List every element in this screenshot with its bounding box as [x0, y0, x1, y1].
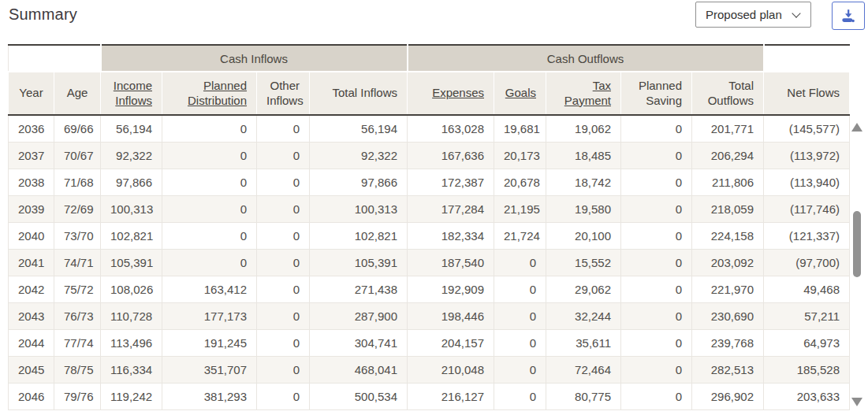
cell-total-inflows: 56,194	[310, 115, 408, 142]
download-button[interactable]	[832, 2, 865, 30]
cell-year: 2040	[9, 222, 54, 249]
cell-age: 69/66	[54, 115, 101, 142]
cell-other-inflows: 0	[257, 249, 310, 276]
cell-goals: 0	[494, 383, 546, 409]
scrollbar-thumb[interactable]	[853, 211, 861, 277]
cell-age: 74/71	[54, 249, 101, 276]
table-row: 204275/72108,026163,4120271,438192,90902…	[9, 276, 850, 302]
cell-net-flows: 185,528	[764, 356, 850, 383]
column-header-row: YearAgeIncome InflowsPlanned Distributio…	[9, 72, 850, 115]
column-header-tax-payment: Tax Payment	[546, 72, 621, 115]
cell-income-inflows: 119,242	[101, 383, 162, 409]
cell-tax-payment: 15,552	[546, 249, 621, 276]
cell-goals: 21,724	[494, 222, 546, 249]
table-row: 204477/74113,496191,2450304,741204,15703…	[9, 329, 850, 356]
cell-income-inflows: 100,313	[101, 195, 162, 222]
cell-income-inflows: 92,322	[101, 142, 162, 169]
plan-select[interactable]: Proposed plan	[695, 2, 811, 28]
cell-expenses: 210,048	[408, 356, 494, 383]
chevron-down-icon	[792, 9, 800, 17]
cell-goals: 20,173	[494, 142, 546, 169]
scroll-up-icon[interactable]	[851, 123, 862, 132]
sort-link-planned-distribution[interactable]: Planned Distribution	[188, 79, 247, 107]
cell-income-inflows: 56,194	[101, 115, 162, 142]
group-header-row: Cash InflowsCash Outflows	[9, 45, 850, 72]
cell-other-inflows: 0	[257, 115, 310, 142]
cell-total-outflows: 221,970	[692, 276, 764, 302]
cell-expenses: 216,127	[408, 383, 494, 409]
cell-net-flows: (97,700)	[764, 249, 850, 276]
cell-total-outflows: 218,059	[692, 195, 764, 222]
table-row: 203770/6792,3220092,322167,63620,17318,4…	[9, 142, 850, 169]
cell-total-outflows: 282,513	[692, 356, 764, 383]
cell-total-outflows: 211,806	[692, 169, 764, 195]
cell-planned-distribution: 163,412	[162, 276, 257, 302]
cell-other-inflows: 0	[257, 195, 310, 222]
group-header-spacer	[764, 45, 850, 72]
cell-other-inflows: 0	[257, 222, 310, 249]
cell-other-inflows: 0	[257, 169, 310, 195]
sort-link-goals[interactable]: Goals	[505, 86, 536, 99]
cell-planned-saving: 0	[621, 329, 692, 356]
sort-link-income-inflows[interactable]: Income Inflows	[114, 79, 152, 107]
cell-year: 2039	[9, 195, 54, 222]
cell-tax-payment: 18,742	[546, 169, 621, 195]
cell-planned-saving: 0	[621, 195, 692, 222]
summary-page: Summary Proposed plan Cash InflowsCash O…	[0, 0, 868, 415]
cell-total-inflows: 271,438	[310, 276, 408, 302]
scroll-down-icon[interactable]	[851, 398, 862, 406]
cell-age: 77/74	[54, 329, 101, 356]
cell-net-flows: (121,337)	[764, 222, 850, 249]
cell-planned-distribution: 0	[162, 249, 257, 276]
cell-expenses: 187,540	[408, 249, 494, 276]
cell-total-inflows: 304,741	[310, 329, 408, 356]
cell-other-inflows: 0	[257, 329, 310, 356]
cell-planned-distribution: 191,245	[162, 329, 257, 356]
sort-link-expenses[interactable]: Expenses	[432, 86, 484, 99]
cell-age: 79/76	[54, 383, 101, 409]
cell-total-outflows: 224,158	[692, 222, 764, 249]
page-title: Summary	[9, 6, 77, 24]
cell-planned-saving: 0	[621, 115, 692, 142]
table-row: 204578/75116,334351,7070468,041210,04807…	[9, 356, 850, 383]
cell-expenses: 172,387	[408, 169, 494, 195]
cell-total-outflows: 296,902	[692, 383, 764, 409]
sort-link-tax-payment[interactable]: Tax Payment	[564, 79, 611, 107]
group-header-cash-outflows: Cash Outflows	[408, 45, 764, 72]
column-header-other-inflows: Other Inflows	[257, 72, 310, 115]
cell-net-flows: (113,940)	[764, 169, 850, 195]
cell-income-inflows: 110,728	[101, 302, 162, 329]
cell-goals: 0	[494, 276, 546, 302]
cell-other-inflows: 0	[257, 356, 310, 383]
column-header-planned-saving: Planned Saving	[621, 72, 692, 115]
cell-expenses: 182,334	[408, 222, 494, 249]
cell-expenses: 167,636	[408, 142, 494, 169]
cell-tax-payment: 72,464	[546, 356, 621, 383]
plan-select-value: Proposed plan	[706, 8, 782, 21]
cell-total-outflows: 239,768	[692, 329, 764, 356]
cell-expenses: 204,157	[408, 329, 494, 356]
table-row: 204174/71105,39100105,391187,540015,5520…	[9, 249, 850, 276]
cell-planned-distribution: 0	[162, 222, 257, 249]
cell-total-inflows: 287,900	[310, 302, 408, 329]
cell-tax-payment: 32,244	[546, 302, 621, 329]
cell-income-inflows: 108,026	[101, 276, 162, 302]
cell-planned-distribution: 381,293	[162, 383, 257, 409]
table-row: 203871/6897,8660097,866172,38720,67818,7…	[9, 169, 850, 195]
cell-planned-distribution: 0	[162, 169, 257, 195]
cell-income-inflows: 113,496	[101, 329, 162, 356]
cell-goals: 0	[494, 302, 546, 329]
group-header-spacer	[9, 45, 101, 72]
cell-planned-saving: 0	[621, 356, 692, 383]
cell-net-flows: 57,211	[764, 302, 850, 329]
vertical-scrollbar[interactable]	[851, 118, 864, 415]
cell-total-inflows: 92,322	[310, 142, 408, 169]
table-head: Cash InflowsCash OutflowsYearAgeIncome I…	[9, 45, 850, 115]
cell-net-flows: 64,973	[764, 329, 850, 356]
download-icon	[840, 7, 857, 24]
cell-other-inflows: 0	[257, 142, 310, 169]
cell-goals: 20,678	[494, 169, 546, 195]
column-header-total-inflows: Total Inflows	[310, 72, 408, 115]
cell-other-inflows: 0	[257, 302, 310, 329]
column-header-age: Age	[54, 72, 101, 115]
